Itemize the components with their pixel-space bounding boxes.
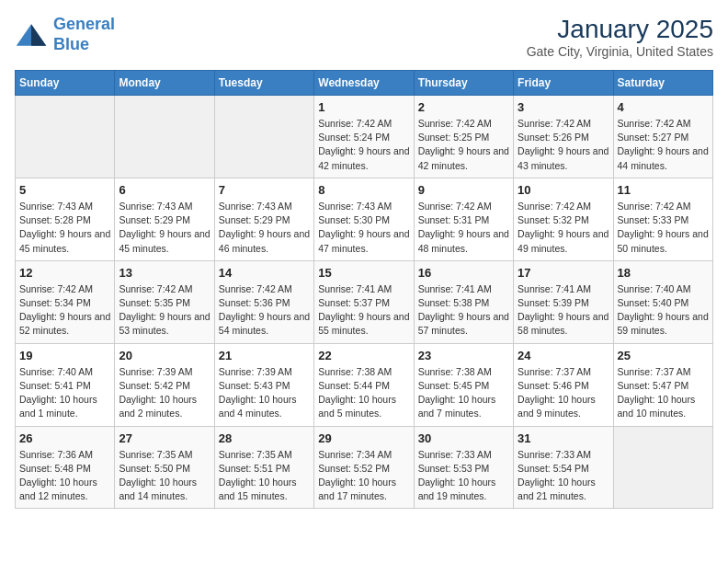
day-info: Sunrise: 7:35 AM Sunset: 5:51 PM Dayligh… bbox=[219, 448, 310, 504]
logo: General Blue bbox=[15, 15, 115, 54]
calendar-cell: 4Sunrise: 7:42 AM Sunset: 5:27 PM Daylig… bbox=[613, 96, 712, 178]
day-info: Sunrise: 7:42 AM Sunset: 5:24 PM Dayligh… bbox=[318, 117, 409, 173]
day-info: Sunrise: 7:41 AM Sunset: 5:39 PM Dayligh… bbox=[518, 282, 609, 339]
day-info: Sunrise: 7:34 AM Sunset: 5:52 PM Dayligh… bbox=[318, 448, 409, 504]
calendar-cell: 31Sunrise: 7:33 AM Sunset: 5:54 PM Dayli… bbox=[514, 426, 613, 509]
calendar-cell: 26Sunrise: 7:36 AM Sunset: 5:48 PM Dayli… bbox=[16, 426, 115, 509]
calendar-cell: 29Sunrise: 7:34 AM Sunset: 5:52 PM Dayli… bbox=[314, 426, 414, 509]
calendar-table: SundayMondayTuesdayWednesdayThursdayFrid… bbox=[15, 70, 713, 509]
day-info: Sunrise: 7:37 AM Sunset: 5:46 PM Dayligh… bbox=[518, 365, 609, 421]
weekday-header-saturday: Saturday bbox=[613, 71, 712, 96]
day-info: Sunrise: 7:38 AM Sunset: 5:45 PM Dayligh… bbox=[418, 365, 509, 421]
day-info: Sunrise: 7:33 AM Sunset: 5:54 PM Dayligh… bbox=[518, 448, 609, 504]
day-info: Sunrise: 7:42 AM Sunset: 5:36 PM Dayligh… bbox=[219, 282, 310, 339]
day-number: 17 bbox=[518, 266, 609, 280]
day-info: Sunrise: 7:40 AM Sunset: 5:40 PM Dayligh… bbox=[618, 282, 709, 339]
day-info: Sunrise: 7:33 AM Sunset: 5:53 PM Dayligh… bbox=[418, 448, 509, 504]
calendar-cell: 24Sunrise: 7:37 AM Sunset: 5:46 PM Dayli… bbox=[514, 343, 613, 426]
day-number: 12 bbox=[19, 266, 110, 280]
day-info: Sunrise: 7:39 AM Sunset: 5:42 PM Dayligh… bbox=[119, 365, 210, 421]
day-info: Sunrise: 7:41 AM Sunset: 5:37 PM Dayligh… bbox=[318, 282, 409, 339]
day-number: 3 bbox=[518, 100, 609, 114]
day-info: Sunrise: 7:39 AM Sunset: 5:43 PM Dayligh… bbox=[219, 365, 310, 421]
day-number: 28 bbox=[219, 431, 310, 445]
day-number: 19 bbox=[19, 349, 110, 362]
calendar-cell bbox=[613, 426, 712, 509]
weekday-header-sunday: Sunday bbox=[16, 71, 115, 96]
calendar-cell: 11Sunrise: 7:42 AM Sunset: 5:33 PM Dayli… bbox=[613, 178, 712, 260]
weekday-header-row: SundayMondayTuesdayWednesdayThursdayFrid… bbox=[16, 71, 713, 96]
calendar-cell: 23Sunrise: 7:38 AM Sunset: 5:45 PM Dayli… bbox=[414, 343, 513, 426]
day-number: 21 bbox=[219, 349, 310, 362]
day-info: Sunrise: 7:42 AM Sunset: 5:31 PM Dayligh… bbox=[418, 200, 509, 256]
calendar-cell: 1Sunrise: 7:42 AM Sunset: 5:24 PM Daylig… bbox=[314, 96, 414, 178]
calendar-cell bbox=[16, 96, 115, 178]
calendar-body: 1Sunrise: 7:42 AM Sunset: 5:24 PM Daylig… bbox=[16, 96, 713, 509]
day-info: Sunrise: 7:42 AM Sunset: 5:35 PM Dayligh… bbox=[119, 282, 210, 339]
calendar-cell: 2Sunrise: 7:42 AM Sunset: 5:25 PM Daylig… bbox=[414, 96, 513, 178]
day-number: 8 bbox=[318, 183, 409, 197]
title-block: January 2025 Gate City, Virginia, United… bbox=[527, 15, 713, 59]
calendar-week-4: 19Sunrise: 7:40 AM Sunset: 5:41 PM Dayli… bbox=[16, 343, 713, 426]
day-number: 25 bbox=[618, 349, 709, 362]
day-number: 4 bbox=[618, 100, 709, 114]
calendar-week-3: 12Sunrise: 7:42 AM Sunset: 5:34 PM Dayli… bbox=[16, 260, 713, 343]
weekday-header-tuesday: Tuesday bbox=[214, 71, 313, 96]
day-info: Sunrise: 7:42 AM Sunset: 5:33 PM Dayligh… bbox=[618, 200, 709, 256]
calendar-title: January 2025 bbox=[527, 15, 713, 44]
calendar-cell: 8Sunrise: 7:43 AM Sunset: 5:30 PM Daylig… bbox=[314, 178, 414, 260]
calendar-cell: 3Sunrise: 7:42 AM Sunset: 5:26 PM Daylig… bbox=[514, 96, 613, 178]
day-number: 9 bbox=[418, 183, 509, 197]
calendar-cell: 12Sunrise: 7:42 AM Sunset: 5:34 PM Dayli… bbox=[16, 260, 115, 343]
day-number: 1 bbox=[318, 100, 409, 114]
day-number: 13 bbox=[119, 266, 210, 280]
svg-marker-1 bbox=[31, 24, 46, 45]
calendar-subtitle: Gate City, Virginia, United States bbox=[527, 44, 713, 59]
logo-text: General Blue bbox=[53, 15, 115, 54]
calendar-cell: 19Sunrise: 7:40 AM Sunset: 5:41 PM Dayli… bbox=[16, 343, 115, 426]
day-info: Sunrise: 7:42 AM Sunset: 5:27 PM Dayligh… bbox=[618, 117, 709, 173]
calendar-cell: 18Sunrise: 7:40 AM Sunset: 5:40 PM Dayli… bbox=[613, 260, 712, 343]
day-info: Sunrise: 7:43 AM Sunset: 5:29 PM Dayligh… bbox=[119, 200, 210, 256]
day-number: 11 bbox=[618, 183, 709, 197]
calendar-cell: 9Sunrise: 7:42 AM Sunset: 5:31 PM Daylig… bbox=[414, 178, 513, 260]
day-info: Sunrise: 7:43 AM Sunset: 5:30 PM Dayligh… bbox=[318, 200, 409, 256]
calendar-cell bbox=[115, 96, 214, 178]
day-number: 2 bbox=[418, 100, 509, 114]
day-info: Sunrise: 7:40 AM Sunset: 5:41 PM Dayligh… bbox=[19, 365, 110, 421]
calendar-week-5: 26Sunrise: 7:36 AM Sunset: 5:48 PM Dayli… bbox=[16, 426, 713, 509]
calendar-cell: 27Sunrise: 7:35 AM Sunset: 5:50 PM Dayli… bbox=[115, 426, 214, 509]
calendar-cell: 7Sunrise: 7:43 AM Sunset: 5:29 PM Daylig… bbox=[214, 178, 313, 260]
day-number: 18 bbox=[618, 266, 709, 280]
day-info: Sunrise: 7:43 AM Sunset: 5:29 PM Dayligh… bbox=[219, 200, 310, 256]
calendar-cell: 28Sunrise: 7:35 AM Sunset: 5:51 PM Dayli… bbox=[214, 426, 313, 509]
calendar-week-1: 1Sunrise: 7:42 AM Sunset: 5:24 PM Daylig… bbox=[16, 96, 713, 178]
day-number: 30 bbox=[418, 431, 509, 445]
calendar-cell: 25Sunrise: 7:37 AM Sunset: 5:47 PM Dayli… bbox=[613, 343, 712, 426]
day-number: 22 bbox=[318, 349, 409, 362]
day-info: Sunrise: 7:42 AM Sunset: 5:25 PM Dayligh… bbox=[418, 117, 509, 173]
weekday-header-friday: Friday bbox=[514, 71, 613, 96]
day-number: 27 bbox=[119, 431, 210, 445]
day-number: 14 bbox=[219, 266, 310, 280]
page-header: General Blue January 2025 Gate City, Vir… bbox=[15, 15, 713, 59]
day-number: 31 bbox=[518, 431, 609, 445]
day-number: 26 bbox=[19, 431, 110, 445]
day-info: Sunrise: 7:36 AM Sunset: 5:48 PM Dayligh… bbox=[19, 448, 110, 504]
calendar-cell: 13Sunrise: 7:42 AM Sunset: 5:35 PM Dayli… bbox=[115, 260, 214, 343]
weekday-header-thursday: Thursday bbox=[414, 71, 513, 96]
day-number: 29 bbox=[318, 431, 409, 445]
day-number: 23 bbox=[418, 349, 509, 362]
day-info: Sunrise: 7:42 AM Sunset: 5:26 PM Dayligh… bbox=[518, 117, 609, 173]
calendar-cell: 10Sunrise: 7:42 AM Sunset: 5:32 PM Dayli… bbox=[514, 178, 613, 260]
day-number: 20 bbox=[119, 349, 210, 362]
day-info: Sunrise: 7:35 AM Sunset: 5:50 PM Dayligh… bbox=[119, 448, 210, 504]
day-info: Sunrise: 7:42 AM Sunset: 5:34 PM Dayligh… bbox=[19, 282, 110, 339]
calendar-cell: 14Sunrise: 7:42 AM Sunset: 5:36 PM Dayli… bbox=[214, 260, 313, 343]
calendar-cell: 17Sunrise: 7:41 AM Sunset: 5:39 PM Dayli… bbox=[514, 260, 613, 343]
day-number: 10 bbox=[518, 183, 609, 197]
day-info: Sunrise: 7:37 AM Sunset: 5:47 PM Dayligh… bbox=[618, 365, 709, 421]
calendar-cell: 5Sunrise: 7:43 AM Sunset: 5:28 PM Daylig… bbox=[16, 178, 115, 260]
day-info: Sunrise: 7:43 AM Sunset: 5:28 PM Dayligh… bbox=[19, 200, 110, 256]
day-number: 16 bbox=[418, 266, 509, 280]
